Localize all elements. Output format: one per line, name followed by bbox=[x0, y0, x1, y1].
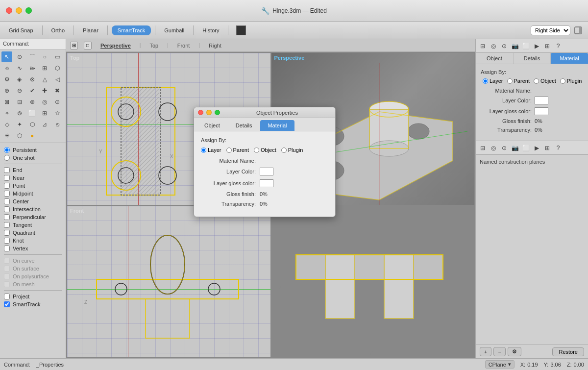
tool-circle[interactable]: ○ bbox=[39, 51, 50, 62]
tool-5[interactable]: ⊞ bbox=[39, 63, 50, 74]
remove-cplane-button[interactable]: − bbox=[493, 347, 505, 356]
osnap-center[interactable]: Center bbox=[0, 197, 66, 205]
radio-object[interactable]: Object bbox=[534, 78, 556, 84]
dlg-tab-details[interactable]: Details bbox=[228, 120, 260, 131]
rp-b-anim-icon[interactable]: ▶ bbox=[532, 143, 541, 153]
tool-rect[interactable]: ▭ bbox=[52, 51, 63, 62]
tool-2[interactable]: ⌾ bbox=[1, 63, 12, 74]
tool-27[interactable]: ◇ bbox=[1, 119, 12, 130]
rp-camera-icon[interactable]: 📷 bbox=[510, 41, 520, 51]
tab-details[interactable]: Details bbox=[514, 53, 551, 64]
osnap-on-surface[interactable]: On surface bbox=[0, 265, 66, 272]
rp-help-icon[interactable]: ? bbox=[553, 41, 563, 51]
dialog-minimize-button[interactable] bbox=[206, 110, 212, 115]
tab-object[interactable]: Object bbox=[476, 53, 514, 64]
osnap-project[interactable]: Project bbox=[0, 293, 66, 300]
osnap-intersection[interactable]: Intersection bbox=[0, 205, 66, 213]
right-panel-toggle[interactable] bbox=[572, 25, 584, 36]
single-view-icon[interactable]: □ bbox=[84, 42, 92, 49]
radio-plugin[interactable]: Plugin bbox=[560, 78, 582, 84]
toolbar-grid-snap[interactable]: Grid Snap bbox=[4, 26, 38, 35]
tool-22[interactable]: ⌖ bbox=[1, 108, 12, 119]
add-cplane-button[interactable]: + bbox=[480, 347, 491, 356]
minimize-button[interactable] bbox=[16, 7, 22, 14]
tool-material[interactable]: ⬡ bbox=[14, 130, 25, 141]
osnap-one-shot[interactable]: One shot bbox=[0, 154, 66, 162]
toolbar-smarttrack[interactable]: SmartTrack bbox=[112, 25, 151, 35]
four-view-icon[interactable]: ⊞ bbox=[70, 42, 78, 49]
tool-31[interactable]: ⎋ bbox=[52, 119, 63, 130]
tool-point[interactable]: ⊙ bbox=[14, 51, 25, 62]
osnap-smarttrack[interactable]: SmartTrack bbox=[0, 300, 66, 308]
tool-15[interactable]: ✚ bbox=[39, 85, 50, 96]
status-cplane[interactable]: CPlane ▾ bbox=[485, 360, 514, 369]
tool-11[interactable]: ◁ bbox=[52, 74, 63, 85]
tool-7[interactable]: ⚙ bbox=[1, 74, 12, 85]
dlg-radio-object[interactable]: Object bbox=[254, 147, 276, 153]
tool-8[interactable]: ◈ bbox=[14, 74, 25, 85]
display-color[interactable] bbox=[236, 25, 246, 35]
rp-render-icon[interactable]: ⊙ bbox=[499, 41, 509, 51]
toolbar-planar[interactable]: Planar bbox=[78, 26, 103, 35]
vp-tab-front[interactable]: Front bbox=[174, 41, 193, 50]
dlg-tab-object[interactable]: Object bbox=[197, 120, 227, 131]
tool-30[interactable]: ⊿ bbox=[39, 119, 50, 130]
osnap-on-curve[interactable]: On curve bbox=[0, 257, 66, 265]
rp-b-layers-icon[interactable]: ⊟ bbox=[478, 143, 488, 153]
tool-21[interactable]: ⊙ bbox=[52, 97, 63, 107]
tab-material[interactable]: Material bbox=[551, 53, 588, 64]
dlg-layer-color-swatch[interactable] bbox=[260, 168, 273, 175]
radio-parent[interactable]: Parent bbox=[507, 78, 530, 84]
tool-24[interactable]: ⬜ bbox=[27, 108, 38, 119]
cplane-settings-button[interactable]: ⚙ bbox=[508, 347, 521, 356]
osnap-perpendicular[interactable]: Perpendicular bbox=[0, 213, 66, 221]
vp-tab-right[interactable]: Right bbox=[206, 41, 224, 50]
rp-anim-icon[interactable]: ▶ bbox=[532, 41, 541, 51]
tool-18[interactable]: ⊟ bbox=[14, 97, 25, 107]
tool-29[interactable]: ⬡ bbox=[27, 119, 38, 130]
restore-button[interactable]: Restore bbox=[552, 347, 584, 356]
radio-layer[interactable]: Layer bbox=[483, 78, 503, 84]
osnap-tangent[interactable]: Tangent bbox=[0, 221, 66, 229]
rp-b-tool-icon[interactable]: ⊞ bbox=[542, 143, 552, 153]
tool-16[interactable]: ✖ bbox=[52, 85, 63, 96]
tool-14[interactable]: ✔ bbox=[27, 85, 38, 96]
osnap-point[interactable]: Point bbox=[0, 182, 66, 190]
view-select[interactable]: Right Side bbox=[531, 25, 570, 35]
tool-28[interactable]: ✦ bbox=[14, 119, 25, 130]
tool-17[interactable]: ⊠ bbox=[1, 97, 12, 107]
tool-25[interactable]: ⊞ bbox=[39, 108, 50, 119]
vp-tab-top[interactable]: Top bbox=[147, 41, 161, 50]
osnap-quadrant[interactable]: Quadrant bbox=[0, 229, 66, 237]
tool-curve[interactable]: ⌒ bbox=[27, 51, 38, 62]
rp-props-icon[interactable]: ◎ bbox=[489, 41, 498, 51]
osnap-on-polysurface[interactable]: On polysurface bbox=[0, 272, 66, 280]
dlg-layer-gloss-swatch[interactable] bbox=[260, 179, 273, 187]
dialog-close-button[interactable] bbox=[198, 110, 203, 115]
tool-13[interactable]: ⊖ bbox=[14, 85, 25, 96]
tool-19[interactable]: ⊛ bbox=[27, 97, 38, 107]
dialog-zoom-button[interactable] bbox=[215, 110, 220, 115]
osnap-near[interactable]: Near bbox=[0, 174, 66, 182]
osnap-midpoint[interactable]: Midpoint bbox=[0, 190, 66, 197]
osnap-knot[interactable]: Knot bbox=[0, 237, 66, 245]
osnap-on-mesh[interactable]: On mesh bbox=[0, 280, 66, 288]
layer-gloss-color-swatch[interactable] bbox=[535, 107, 548, 115]
fullscreen-button[interactable] bbox=[25, 7, 32, 14]
rp-display-icon[interactable]: ⬜ bbox=[521, 41, 531, 51]
rp-b-props-icon[interactable]: ◎ bbox=[489, 143, 498, 153]
tool-4[interactable]: ⌲ bbox=[27, 63, 38, 74]
dlg-radio-layer[interactable]: Layer bbox=[201, 147, 221, 153]
viewport-front[interactable]: Front Z X bbox=[67, 206, 270, 358]
osnap-end[interactable]: End bbox=[0, 166, 66, 174]
vp-tab-perspective[interactable]: Perspective bbox=[98, 41, 134, 50]
rp-tool-icon[interactable]: ⊞ bbox=[542, 41, 552, 51]
tool-select[interactable]: ↖ bbox=[1, 51, 12, 62]
toolbar-ortho[interactable]: Ortho bbox=[47, 26, 70, 35]
dlg-tab-material[interactable]: Material bbox=[260, 120, 294, 131]
tool-26[interactable]: ☆ bbox=[52, 108, 63, 119]
dlg-radio-parent[interactable]: Parent bbox=[226, 147, 249, 153]
layer-color-swatch[interactable] bbox=[535, 97, 548, 104]
rp-b-help-icon[interactable]: ? bbox=[553, 143, 563, 153]
toolbar-gumball[interactable]: Gumball bbox=[159, 26, 189, 35]
